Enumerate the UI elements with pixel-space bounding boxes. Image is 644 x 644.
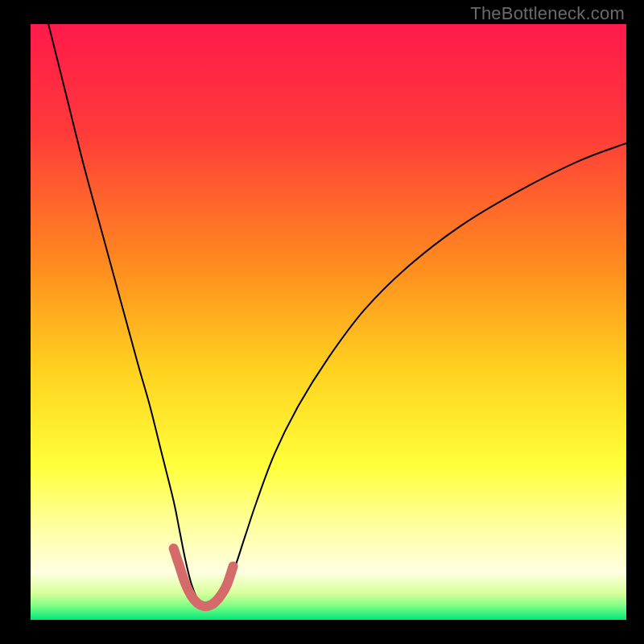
chart-svg: [31, 24, 626, 620]
plot-area: [31, 24, 626, 620]
chart-frame: TheBottleneck.com: [0, 0, 644, 644]
watermark-text: TheBottleneck.com: [470, 3, 625, 24]
gradient-background: [31, 24, 626, 620]
